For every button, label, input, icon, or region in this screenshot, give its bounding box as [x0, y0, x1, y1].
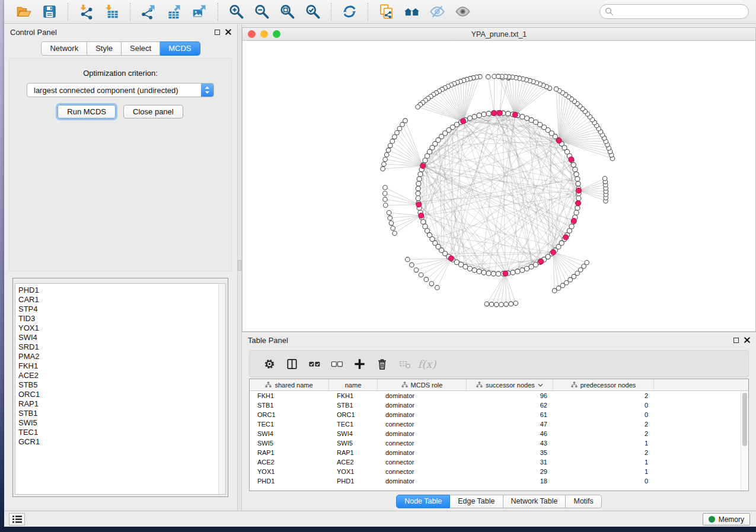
column-header-shared_name[interactable]: shared name: [250, 379, 329, 390]
mcds-result-item[interactable]: PHD1: [15, 284, 225, 295]
close-window-icon[interactable]: [248, 30, 256, 38]
network-node[interactable]: [486, 75, 490, 79]
dominator-node[interactable]: [551, 249, 556, 255]
dominator-node[interactable]: [563, 235, 569, 240]
network-node[interactable]: [395, 130, 400, 135]
network-graph[interactable]: [243, 41, 755, 331]
dominator-node[interactable]: [448, 256, 454, 261]
network-node[interactable]: [477, 269, 481, 274]
network-node[interactable]: [382, 162, 387, 166]
dominator-node[interactable]: [461, 118, 466, 124]
deselect-all-button[interactable]: [329, 356, 344, 371]
network-node[interactable]: [429, 281, 434, 286]
mcds-result-item[interactable]: STP4: [15, 305, 225, 314]
network-node[interactable]: [602, 176, 607, 181]
table-row[interactable]: FKH1FKH1dominator962: [250, 391, 741, 400]
mcds-result-item[interactable]: FKH1: [15, 361, 225, 371]
zoom-out-button[interactable]: [253, 2, 271, 21]
mcds-result-item[interactable]: GCR1: [15, 437, 225, 447]
dominator-node[interactable]: [569, 157, 574, 162]
table-row[interactable]: PHD1PHD1dominator180: [250, 476, 741, 486]
splitter-grip[interactable]: [238, 260, 241, 271]
float-panel-icon[interactable]: [215, 30, 220, 35]
network-node[interactable]: [410, 262, 414, 267]
tab-node-table[interactable]: Node Table: [396, 495, 450, 508]
network-node[interactable]: [491, 271, 496, 276]
network-node[interactable]: [416, 186, 420, 191]
mcds-result-item[interactable]: RAP1: [15, 399, 225, 409]
network-node[interactable]: [414, 268, 419, 273]
network-window-titlebar[interactable]: YPA_prune.txt_1: [243, 28, 755, 41]
network-node[interactable]: [520, 114, 525, 119]
network-node[interactable]: [552, 289, 557, 293]
mcds-list-scrollbar[interactable]: [218, 284, 225, 494]
dominator-node[interactable]: [503, 271, 508, 276]
delete-button[interactable]: [374, 356, 390, 371]
table-row[interactable]: RAP1RAP1dominator352: [250, 448, 741, 457]
network-node[interactable]: [423, 158, 428, 163]
network-node[interactable]: [496, 74, 501, 79]
tab-mcds[interactable]: MCDS: [160, 41, 200, 56]
network-node[interactable]: [481, 270, 486, 275]
column-header-pred[interactable]: predecessor nodes: [553, 379, 654, 390]
tab-network-table[interactable]: Network Table: [503, 495, 566, 508]
network-node[interactable]: [384, 152, 389, 157]
network-node[interactable]: [393, 231, 397, 236]
network-node[interactable]: [418, 172, 423, 177]
task-history-button[interactable]: [9, 513, 25, 525]
network-node[interactable]: [524, 266, 529, 271]
tab-network[interactable]: Network: [41, 41, 87, 56]
mcds-result-item[interactable]: SWI4: [15, 333, 225, 342]
network-node[interactable]: [424, 277, 429, 282]
network-node[interactable]: [406, 257, 410, 262]
dominator-node[interactable]: [419, 213, 424, 219]
zoom-in-button[interactable]: [227, 2, 245, 21]
select-all-button[interactable]: [307, 356, 322, 371]
close-table-panel-icon[interactable]: [744, 336, 750, 345]
network-node[interactable]: [417, 177, 422, 181]
mcds-result-item[interactable]: STB1: [15, 409, 225, 418]
table-scrollbar[interactable]: [741, 391, 748, 491]
network-node[interactable]: [472, 268, 477, 273]
network-node[interactable]: [576, 196, 581, 201]
minimize-window-icon[interactable]: [260, 30, 268, 38]
network-node[interactable]: [381, 166, 385, 171]
network-node[interactable]: [416, 196, 420, 201]
network-node[interactable]: [504, 302, 509, 307]
network-node[interactable]: [388, 216, 393, 220]
mcds-result-item[interactable]: SRD1: [15, 342, 225, 352]
search-input[interactable]: [599, 4, 749, 19]
vertical-splitter[interactable]: [237, 24, 242, 511]
zoom-window-icon[interactable]: [273, 30, 280, 38]
network-node[interactable]: [477, 113, 481, 118]
network-node[interactable]: [383, 197, 388, 202]
network-node[interactable]: [386, 148, 391, 153]
network-node[interactable]: [472, 114, 477, 119]
table-row[interactable]: SWI4SWI4dominator462: [250, 429, 741, 438]
network-node[interactable]: [419, 273, 423, 277]
network-node[interactable]: [575, 206, 580, 210]
table-row[interactable]: STB1STB1dominator620: [250, 400, 741, 410]
zoom-selected-button[interactable]: [304, 2, 322, 21]
network-node[interactable]: [513, 301, 518, 306]
table-row[interactable]: ACE2ACE2connector311: [250, 457, 741, 467]
network-node[interactable]: [383, 203, 388, 208]
column-header-role[interactable]: MCDS role: [378, 379, 467, 390]
network-node[interactable]: [574, 172, 579, 177]
network-node[interactable]: [529, 118, 534, 123]
table-row[interactable]: TEC1TEC1connector472: [250, 419, 741, 429]
dominator-node[interactable]: [576, 188, 582, 193]
network-node[interactable]: [463, 264, 468, 269]
network-node[interactable]: [393, 134, 397, 139]
network-node[interactable]: [382, 191, 387, 196]
zoom-fit-button[interactable]: [278, 2, 296, 21]
table-row[interactable]: ORC1ORC1dominator610: [250, 410, 741, 419]
network-node[interactable]: [391, 226, 395, 230]
import-table-button[interactable]: [103, 2, 121, 21]
dominator-node[interactable]: [512, 112, 518, 117]
first-neighbors-button[interactable]: [403, 2, 421, 21]
network-node[interactable]: [400, 122, 405, 127]
memory-button[interactable]: Memory: [703, 513, 750, 525]
export-network-button[interactable]: [139, 2, 158, 21]
table-row[interactable]: SWI5SWI5connector431: [250, 438, 741, 448]
